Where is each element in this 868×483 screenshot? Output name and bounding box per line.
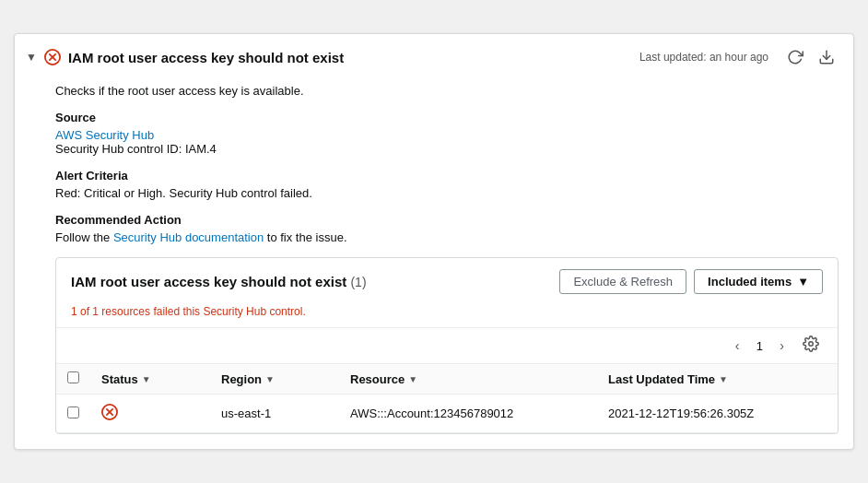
download-icon (818, 49, 835, 65)
time-col-label: Last Updated Time (608, 372, 715, 386)
exclude-refresh-button[interactable]: Exclude & Refresh (559, 269, 686, 294)
resources-table: Status ▼ Region ▼ Resour (56, 363, 838, 433)
body-section: Checks if the root user access key is av… (15, 80, 853, 449)
region-sort-icon: ▼ (265, 374, 275, 384)
row-checkbox[interactable] (67, 406, 79, 418)
main-card: ▼ IAM root user access key should not ex… (14, 33, 854, 450)
download-button[interactable] (815, 47, 839, 67)
select-all-checkbox[interactable] (67, 371, 79, 383)
action-prefix: Follow the (55, 230, 113, 244)
time-header[interactable]: Last Updated Time ▼ (597, 364, 838, 395)
description-text: Checks if the root user access key is av… (55, 84, 839, 98)
row-time-cell: 2021-12-12T19:56:26.305Z (597, 395, 838, 433)
source-control-id: Security Hub control ID: IAM.4 (55, 142, 217, 156)
row-checkbox-cell (56, 395, 90, 433)
expand-collapse-icon[interactable]: ▼ (26, 51, 37, 64)
resource-sort-icon: ▼ (408, 374, 417, 384)
alert-label: Alert Criteria (55, 169, 839, 183)
resource-header[interactable]: Resource ▼ (339, 364, 597, 395)
alert-text: Red: Critical or High. Security Hub cont… (55, 186, 312, 200)
header-title: IAM root user access key should not exis… (68, 50, 632, 65)
action-label: Recommended Action (55, 213, 839, 227)
next-page-button[interactable]: › (774, 336, 790, 355)
inner-card: IAM root user access key should not exis… (55, 257, 839, 434)
sub-info-text: 1 of 1 resources failed this Security Hu… (56, 305, 838, 327)
svg-point-4 (809, 342, 814, 347)
gear-icon (803, 336, 819, 352)
included-btn-label: Included items (708, 275, 792, 289)
prev-page-button[interactable]: ‹ (730, 336, 745, 355)
action-link[interactable]: Security Hub documentation (113, 230, 264, 244)
pagination-row: ‹ 1 › (56, 327, 838, 363)
count-badge: (1) (350, 275, 366, 289)
row-error-icon (101, 404, 118, 420)
last-updated-text: Last updated: an hour ago (639, 51, 768, 64)
row-status-cell (90, 395, 210, 433)
time-sort-icon: ▼ (719, 374, 728, 384)
row-region-cell: us-east-1 (210, 395, 339, 433)
region-col-label: Region (221, 372, 262, 386)
refresh-icon (787, 49, 803, 65)
inner-card-header: IAM root user access key should not exis… (56, 258, 838, 305)
status-col-label: Status (101, 372, 138, 386)
row-resource-cell: AWS:::Account:123456789012 (339, 395, 597, 433)
settings-button[interactable] (799, 334, 823, 358)
alert-section: Alert Criteria Red: Critical or High. Se… (55, 169, 839, 200)
inner-title-text: IAM root user access key should not exis… (71, 274, 346, 289)
resource-col-label: Resource (350, 372, 405, 386)
status-sort-icon: ▼ (142, 374, 151, 384)
page-number: 1 (750, 339, 768, 353)
action-suffix: to fix the issue. (264, 230, 346, 244)
table-row: us-east-1 AWS:::Account:123456789012 202… (56, 395, 838, 433)
error-status-icon (44, 49, 61, 65)
refresh-button[interactable] (783, 47, 807, 67)
included-items-button[interactable]: Included items ▼ (694, 269, 823, 294)
header-row: ▼ IAM root user access key should not ex… (15, 34, 853, 80)
inner-card-title: IAM root user access key should not exis… (71, 274, 552, 289)
region-header[interactable]: Region ▼ (210, 364, 339, 395)
table-header-row: Status ▼ Region ▼ Resour (56, 364, 838, 395)
source-section: Source AWS Security Hub Security Hub con… (55, 111, 839, 156)
status-header[interactable]: Status ▼ (90, 364, 210, 395)
chevron-down-icon: ▼ (797, 275, 809, 289)
source-label: Source (55, 111, 839, 124)
action-section: Recommended Action Follow the Security H… (55, 213, 839, 244)
select-all-header (56, 364, 90, 395)
source-link[interactable]: AWS Security Hub (55, 128, 154, 142)
